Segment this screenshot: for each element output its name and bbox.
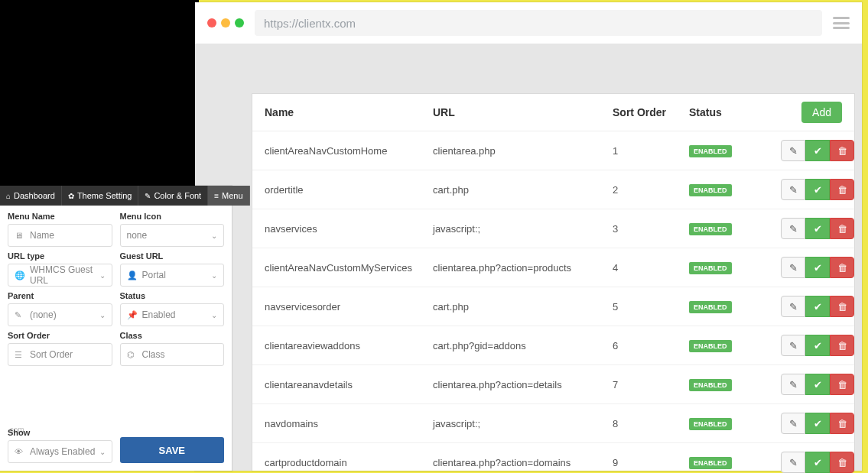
trash-icon: 🗑 xyxy=(837,262,847,274)
settings-form: Menu Name 🖥 Name Menu Icon none ⌄ URL ty… xyxy=(0,206,232,372)
cell-url: javascript:; xyxy=(433,418,613,429)
url-bar[interactable]: https://clientx.com xyxy=(255,10,822,36)
url-type-select[interactable]: 🌐 WHMCS Guest URL ⌄ xyxy=(8,264,112,287)
col-header-status: Status xyxy=(689,106,781,118)
select-value: Portal xyxy=(142,270,166,280)
cell-status: ENABLED xyxy=(689,300,781,313)
delete-button[interactable]: 🗑 xyxy=(830,257,854,278)
add-button[interactable]: Add xyxy=(801,102,842,123)
status-select[interactable]: 📌 Enabled ⌄ xyxy=(120,303,225,326)
confirm-button[interactable]: ✔ xyxy=(805,452,830,473)
edit-button[interactable]: ✎ xyxy=(781,413,805,434)
cell-url: javascript:; xyxy=(433,223,613,235)
check-icon: ✔ xyxy=(814,184,822,196)
home-icon: ⌂ xyxy=(6,192,11,200)
edit-button[interactable]: ✎ xyxy=(781,374,805,395)
trash-icon: 🗑 xyxy=(837,379,847,390)
cell-actions: ✎✔🗑 xyxy=(781,413,854,434)
delete-button[interactable]: 🗑 xyxy=(830,374,854,395)
confirm-button[interactable]: ✔ xyxy=(805,296,830,317)
window-max-icon[interactable] xyxy=(235,18,244,28)
cell-sort: 3 xyxy=(613,223,689,235)
cell-actions: ✎✔🗑 xyxy=(781,296,854,317)
check-icon: ✔ xyxy=(814,457,822,468)
select-value: WHMCS Guest URL xyxy=(30,264,106,286)
confirm-button[interactable]: ✔ xyxy=(805,140,830,161)
col-header-url: URL xyxy=(433,106,613,118)
table-body: clientAreaNavCustomHomeclientarea.php1EN… xyxy=(252,131,854,473)
delete-button[interactable]: 🗑 xyxy=(830,335,854,356)
status-badge: ENABLED xyxy=(689,418,732,430)
trash-icon: 🗑 xyxy=(837,340,847,352)
pencil-icon: ✎ xyxy=(789,379,798,390)
globe-icon: 🌐 xyxy=(15,271,25,280)
status-badge: ENABLED xyxy=(689,184,732,196)
edit-button[interactable]: ✎ xyxy=(781,179,805,200)
window-close-icon[interactable] xyxy=(207,18,216,28)
delete-button[interactable]: 🗑 xyxy=(830,179,854,200)
table-row: navservicesjavascript:;3ENABLED✎✔🗑 xyxy=(252,209,854,248)
cell-status: ENABLED xyxy=(689,456,781,469)
trash-icon: 🗑 xyxy=(837,457,847,468)
tab-label: Menu xyxy=(222,191,243,200)
tab-label: Dashboard xyxy=(14,191,55,200)
edit-button[interactable]: ✎ xyxy=(781,335,805,356)
trash-icon: 🗑 xyxy=(837,223,847,235)
sort-order-input[interactable]: ☰ Sort Order xyxy=(8,343,112,366)
menu-icon-select[interactable]: none ⌄ xyxy=(120,224,225,247)
pencil-icon: ✎ xyxy=(789,262,798,274)
label-parent: Parent xyxy=(8,291,112,300)
edit-button[interactable]: ✎ xyxy=(781,218,805,239)
save-button[interactable]: SAVE xyxy=(120,437,225,463)
delete-button[interactable]: 🗑 xyxy=(830,296,854,317)
edit-button[interactable]: ✎ xyxy=(781,452,805,473)
label-guest-url: Guest URL xyxy=(120,251,225,261)
tab-menu[interactable]: ≡ Menu xyxy=(208,186,249,206)
col-header-name: Name xyxy=(265,106,433,118)
tag-icon: ⌬ xyxy=(127,350,138,360)
menu-name-input[interactable]: 🖥 Name xyxy=(8,224,112,247)
tab-theme[interactable]: ✿ Theme Setting xyxy=(62,186,139,206)
edit-button[interactable]: ✎ xyxy=(781,140,805,161)
delete-button[interactable]: 🗑 xyxy=(830,452,854,473)
cell-sort: 4 xyxy=(613,262,689,274)
delete-button[interactable]: 🗑 xyxy=(830,218,854,239)
status-badge: ENABLED xyxy=(689,145,732,157)
eye-icon: 👁 xyxy=(15,447,25,456)
cell-status: ENABLED xyxy=(689,261,781,274)
table-row: navservicesordercart.php5ENABLED✎✔🗑 xyxy=(252,287,854,326)
table-row: clientAreaNavCustomMyServicesclientarea.… xyxy=(252,248,854,287)
url-text: https://clientx.com xyxy=(264,17,356,30)
hamburger-icon[interactable] xyxy=(833,17,850,29)
cell-sort: 8 xyxy=(613,418,689,429)
edit-button[interactable]: ✎ xyxy=(781,296,805,317)
cell-name: navservices xyxy=(265,223,433,235)
confirm-button[interactable]: ✔ xyxy=(805,335,830,356)
cell-sort: 9 xyxy=(613,457,689,468)
chevron-down-icon: ⌄ xyxy=(99,271,106,280)
browser-topbar: https://clientx.com xyxy=(195,2,862,44)
cell-sort: 7 xyxy=(613,379,689,390)
confirm-button[interactable]: ✔ xyxy=(805,374,830,395)
guest-url-select[interactable]: 👤 Portal ⌄ xyxy=(120,264,225,287)
input-placeholder: Sort Order xyxy=(30,349,73,360)
confirm-button[interactable]: ✔ xyxy=(805,413,830,434)
delete-button[interactable]: 🗑 xyxy=(830,140,854,161)
class-input[interactable]: ⌬ Class xyxy=(120,343,225,366)
tab-dashboard[interactable]: ⌂ Dashboard xyxy=(0,186,62,206)
show-select[interactable]: 👁 Always Enabled ⌄ xyxy=(8,440,112,463)
confirm-button[interactable]: ✔ xyxy=(805,218,830,239)
tab-color[interactable]: ✎ Color & Font xyxy=(138,186,208,206)
select-value: Enabled xyxy=(142,309,176,320)
pencil-icon: ✎ xyxy=(789,457,798,468)
delete-button[interactable]: 🗑 xyxy=(830,413,854,434)
parent-select[interactable]: ✎ (none) ⌄ xyxy=(8,303,112,326)
edit-button[interactable]: ✎ xyxy=(781,257,805,278)
window-min-icon[interactable] xyxy=(221,18,230,28)
cell-name: clientareanavdetails xyxy=(265,379,433,390)
confirm-button[interactable]: ✔ xyxy=(805,179,830,200)
confirm-button[interactable]: ✔ xyxy=(805,257,830,278)
input-placeholder: Name xyxy=(30,230,54,241)
status-badge: ENABLED xyxy=(689,340,732,352)
cell-url: cart.php xyxy=(433,301,613,313)
